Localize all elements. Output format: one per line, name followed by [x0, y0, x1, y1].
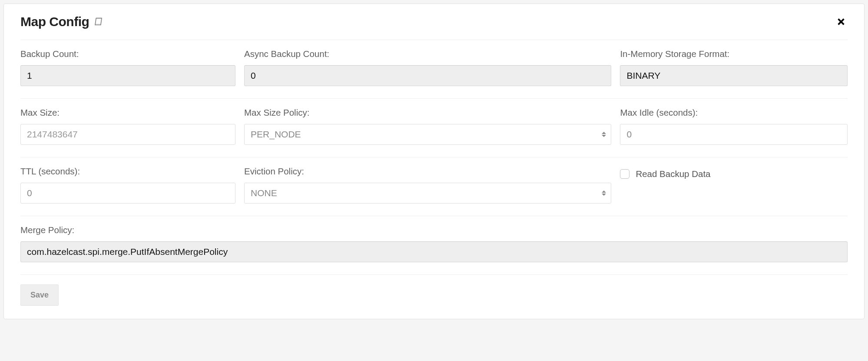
merge-policy-label: Merge Policy: — [20, 225, 848, 235]
form-row-4: Merge Policy: — [20, 216, 848, 275]
max-size-input[interactable] — [20, 124, 235, 145]
title-wrap: Map Config — [20, 14, 104, 29]
max-size-label: Max Size: — [20, 107, 235, 118]
in-memory-format-label: In-Memory Storage Format: — [620, 49, 848, 59]
backup-count-col: Backup Count: — [20, 49, 235, 86]
max-size-policy-select[interactable] — [244, 124, 611, 145]
read-backup-wrap: Read Backup Data — [620, 166, 848, 179]
map-config-panel: Map Config Backup Count: Async Backup Co… — [3, 3, 865, 319]
max-idle-col: Max Idle (seconds): — [620, 107, 848, 145]
close-button[interactable] — [835, 15, 848, 28]
save-button[interactable]: Save — [20, 284, 59, 306]
max-size-policy-select-wrap — [244, 124, 611, 145]
merge-policy-field — [20, 241, 848, 262]
max-idle-input[interactable] — [620, 124, 848, 145]
eviction-policy-label: Eviction Policy: — [244, 166, 611, 177]
close-icon — [836, 17, 846, 27]
read-backup-col: Read Backup Data — [620, 166, 848, 204]
ttl-col: TTL (seconds): — [20, 166, 235, 204]
actions-row: Save — [20, 275, 848, 306]
in-memory-format-col: In-Memory Storage Format: — [620, 49, 848, 86]
eviction-policy-col: Eviction Policy: — [244, 166, 611, 204]
async-backup-count-field — [244, 65, 611, 86]
backup-count-field — [20, 65, 235, 86]
read-backup-checkbox[interactable] — [620, 169, 629, 179]
form-row-2: Max Size: Max Size Policy: Max Idle (sec… — [20, 99, 848, 157]
ttl-input[interactable] — [20, 183, 235, 204]
async-backup-count-label: Async Backup Count: — [244, 49, 611, 59]
panel-header: Map Config — [20, 14, 848, 40]
book-icon[interactable] — [94, 17, 104, 27]
ttl-label: TTL (seconds): — [20, 166, 235, 177]
read-backup-label: Read Backup Data — [636, 169, 710, 179]
max-size-col: Max Size: — [20, 107, 235, 145]
merge-policy-col: Merge Policy: — [20, 225, 848, 262]
form-row-1: Backup Count: Async Backup Count: In-Mem… — [20, 40, 848, 99]
max-idle-label: Max Idle (seconds): — [620, 107, 848, 118]
async-backup-count-col: Async Backup Count: — [244, 49, 611, 86]
eviction-policy-select-wrap — [244, 183, 611, 204]
panel-title: Map Config — [20, 14, 89, 29]
in-memory-format-field — [620, 65, 848, 86]
max-size-policy-col: Max Size Policy: — [244, 107, 611, 145]
backup-count-label: Backup Count: — [20, 49, 235, 59]
max-size-policy-label: Max Size Policy: — [244, 107, 611, 118]
form-row-3: TTL (seconds): Eviction Policy: Read Bac… — [20, 157, 848, 216]
eviction-policy-select[interactable] — [244, 183, 611, 204]
